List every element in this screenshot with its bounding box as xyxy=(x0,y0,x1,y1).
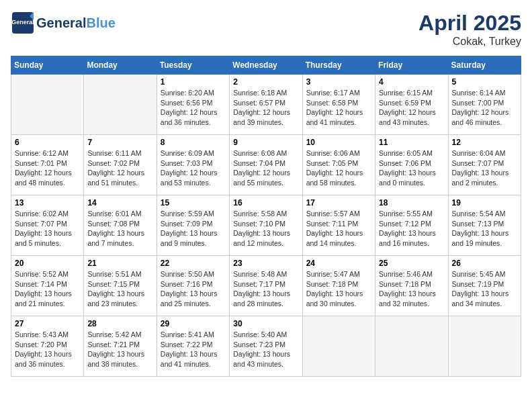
day-number: 19 xyxy=(452,198,517,208)
day-number: 28 xyxy=(87,319,152,328)
day-info: Sunrise: 6:20 AM Sunset: 6:56 PM Dayligh… xyxy=(161,88,226,128)
week-row-1: 1Sunrise: 6:20 AM Sunset: 6:56 PM Daylig… xyxy=(11,75,521,135)
day-info: Sunrise: 5:48 AM Sunset: 7:17 PM Dayligh… xyxy=(233,269,298,309)
calendar-cell: 8Sunrise: 6:09 AM Sunset: 7:03 PM Daylig… xyxy=(157,135,229,195)
calendar-cell: 3Sunrise: 6:17 AM Sunset: 6:58 PM Daylig… xyxy=(302,75,375,135)
calendar-cell: 16Sunrise: 5:58 AM Sunset: 7:10 PM Dayli… xyxy=(230,195,302,256)
day-number: 21 xyxy=(87,259,152,268)
day-number: 4 xyxy=(379,77,444,87)
day-number: 9 xyxy=(233,138,298,147)
day-info: Sunrise: 5:43 AM Sunset: 7:20 PM Dayligh… xyxy=(15,330,80,369)
calendar-cell: 25Sunrise: 5:46 AM Sunset: 7:18 PM Dayli… xyxy=(375,256,448,316)
weekday-header-tuesday: Tuesday xyxy=(157,56,229,75)
calendar-cell: 27Sunrise: 5:43 AM Sunset: 7:20 PM Dayli… xyxy=(11,316,84,377)
day-number: 11 xyxy=(379,138,444,147)
calendar-cell xyxy=(11,75,84,135)
month-year-title: April 2025 xyxy=(418,11,521,36)
calendar-cell: 15Sunrise: 5:59 AM Sunset: 7:09 PM Dayli… xyxy=(157,195,229,256)
day-number: 16 xyxy=(233,198,298,208)
calendar-cell: 12Sunrise: 6:04 AM Sunset: 7:07 PM Dayli… xyxy=(448,135,521,195)
day-info: Sunrise: 5:50 AM Sunset: 7:16 PM Dayligh… xyxy=(161,269,226,309)
calendar-cell: 14Sunrise: 6:01 AM Sunset: 7:08 PM Dayli… xyxy=(84,195,157,256)
weekday-header-saturday: Saturday xyxy=(448,56,521,75)
day-number: 17 xyxy=(306,198,371,208)
day-number: 22 xyxy=(161,259,226,268)
day-number: 20 xyxy=(15,259,80,268)
calendar-cell: 9Sunrise: 6:08 AM Sunset: 7:04 PM Daylig… xyxy=(230,135,302,195)
calendar-cell: 17Sunrise: 5:57 AM Sunset: 7:11 PM Dayli… xyxy=(302,195,375,256)
day-info: Sunrise: 5:59 AM Sunset: 7:09 PM Dayligh… xyxy=(161,209,226,248)
calendar-cell: 26Sunrise: 5:45 AM Sunset: 7:19 PM Dayli… xyxy=(448,256,521,316)
day-number: 13 xyxy=(15,198,80,208)
weekday-header-wednesday: Wednesday xyxy=(230,56,302,75)
day-info: Sunrise: 6:01 AM Sunset: 7:08 PM Dayligh… xyxy=(87,209,152,248)
logo: General GeneralBlue xyxy=(11,11,116,35)
day-info: Sunrise: 6:02 AM Sunset: 7:07 PM Dayligh… xyxy=(15,209,80,248)
day-info: Sunrise: 6:09 AM Sunset: 7:03 PM Dayligh… xyxy=(161,148,226,188)
day-info: Sunrise: 5:54 AM Sunset: 7:13 PM Dayligh… xyxy=(452,209,517,248)
calendar-cell: 1Sunrise: 6:20 AM Sunset: 6:56 PM Daylig… xyxy=(157,75,229,135)
day-info: Sunrise: 5:55 AM Sunset: 7:12 PM Dayligh… xyxy=(379,209,444,248)
day-info: Sunrise: 5:52 AM Sunset: 7:14 PM Dayligh… xyxy=(15,269,80,309)
week-row-3: 13Sunrise: 6:02 AM Sunset: 7:07 PM Dayli… xyxy=(11,195,521,256)
day-number: 6 xyxy=(15,138,80,147)
day-number: 10 xyxy=(306,138,371,147)
calendar-cell: 21Sunrise: 5:51 AM Sunset: 7:15 PM Dayli… xyxy=(84,256,157,316)
day-number: 3 xyxy=(306,77,371,87)
calendar-cell: 4Sunrise: 6:15 AM Sunset: 6:59 PM Daylig… xyxy=(375,75,448,135)
week-row-2: 6Sunrise: 6:12 AM Sunset: 7:01 PM Daylig… xyxy=(11,135,521,195)
day-info: Sunrise: 6:04 AM Sunset: 7:07 PM Dayligh… xyxy=(452,148,517,188)
title-block: April 2025 Cokak, Turkey xyxy=(418,11,521,48)
calendar-cell: 7Sunrise: 6:11 AM Sunset: 7:02 PM Daylig… xyxy=(84,135,157,195)
calendar-cell: 19Sunrise: 5:54 AM Sunset: 7:13 PM Dayli… xyxy=(448,195,521,256)
week-row-5: 27Sunrise: 5:43 AM Sunset: 7:20 PM Dayli… xyxy=(11,316,521,377)
day-number: 18 xyxy=(379,198,444,208)
calendar-cell: 11Sunrise: 6:05 AM Sunset: 7:06 PM Dayli… xyxy=(375,135,448,195)
day-info: Sunrise: 6:11 AM Sunset: 7:02 PM Dayligh… xyxy=(87,148,152,188)
day-number: 7 xyxy=(87,138,152,147)
day-info: Sunrise: 5:45 AM Sunset: 7:19 PM Dayligh… xyxy=(452,269,517,309)
day-number: 1 xyxy=(161,77,226,87)
day-info: Sunrise: 5:58 AM Sunset: 7:10 PM Dayligh… xyxy=(233,209,298,248)
day-info: Sunrise: 6:05 AM Sunset: 7:06 PM Dayligh… xyxy=(379,148,444,188)
page-header: General GeneralBlue April 2025 Cokak, Tu… xyxy=(11,11,521,48)
day-number: 14 xyxy=(87,198,152,208)
calendar-cell: 23Sunrise: 5:48 AM Sunset: 7:17 PM Dayli… xyxy=(230,256,302,316)
calendar-cell: 20Sunrise: 5:52 AM Sunset: 7:14 PM Dayli… xyxy=(11,256,84,316)
day-number: 27 xyxy=(15,319,80,328)
day-number: 8 xyxy=(161,138,226,147)
day-info: Sunrise: 5:41 AM Sunset: 7:22 PM Dayligh… xyxy=(161,330,226,369)
weekday-header-sunday: Sunday xyxy=(11,56,84,75)
location-subtitle: Cokak, Turkey xyxy=(418,36,521,48)
calendar-cell: 2Sunrise: 6:18 AM Sunset: 6:57 PM Daylig… xyxy=(230,75,302,135)
calendar-cell: 30Sunrise: 5:40 AM Sunset: 7:23 PM Dayli… xyxy=(230,316,302,377)
day-number: 30 xyxy=(233,319,298,328)
day-info: Sunrise: 6:08 AM Sunset: 7:04 PM Dayligh… xyxy=(233,148,298,188)
calendar-cell: 24Sunrise: 5:47 AM Sunset: 7:18 PM Dayli… xyxy=(302,256,375,316)
day-info: Sunrise: 6:12 AM Sunset: 7:01 PM Dayligh… xyxy=(15,148,80,188)
weekday-header-monday: Monday xyxy=(84,56,157,75)
day-info: Sunrise: 6:17 AM Sunset: 6:58 PM Dayligh… xyxy=(306,88,371,128)
calendar-cell: 5Sunrise: 6:14 AM Sunset: 7:00 PM Daylig… xyxy=(448,75,521,135)
day-number: 2 xyxy=(233,77,298,87)
calendar-cell: 10Sunrise: 6:06 AM Sunset: 7:05 PM Dayli… xyxy=(302,135,375,195)
day-info: Sunrise: 6:14 AM Sunset: 7:00 PM Dayligh… xyxy=(452,88,517,128)
calendar-cell xyxy=(448,316,521,377)
day-number: 29 xyxy=(161,319,226,328)
day-number: 23 xyxy=(233,259,298,268)
calendar-cell xyxy=(84,75,157,135)
calendar-cell: 28Sunrise: 5:42 AM Sunset: 7:21 PM Dayli… xyxy=(84,316,157,377)
day-info: Sunrise: 5:57 AM Sunset: 7:11 PM Dayligh… xyxy=(306,209,371,248)
weekday-header-thursday: Thursday xyxy=(302,56,375,75)
logo-icon: General xyxy=(11,11,35,35)
day-info: Sunrise: 5:46 AM Sunset: 7:18 PM Dayligh… xyxy=(379,269,444,309)
day-info: Sunrise: 5:42 AM Sunset: 7:21 PM Dayligh… xyxy=(87,330,152,369)
calendar-cell xyxy=(302,316,375,377)
calendar-cell: 6Sunrise: 6:12 AM Sunset: 7:01 PM Daylig… xyxy=(11,135,84,195)
day-info: Sunrise: 5:47 AM Sunset: 7:18 PM Dayligh… xyxy=(306,269,371,309)
calendar-table: SundayMondayTuesdayWednesdayThursdayFrid… xyxy=(11,56,521,377)
calendar-cell: 13Sunrise: 6:02 AM Sunset: 7:07 PM Dayli… xyxy=(11,195,84,256)
day-number: 25 xyxy=(379,259,444,268)
day-info: Sunrise: 5:51 AM Sunset: 7:15 PM Dayligh… xyxy=(87,269,152,309)
day-number: 26 xyxy=(452,259,517,268)
